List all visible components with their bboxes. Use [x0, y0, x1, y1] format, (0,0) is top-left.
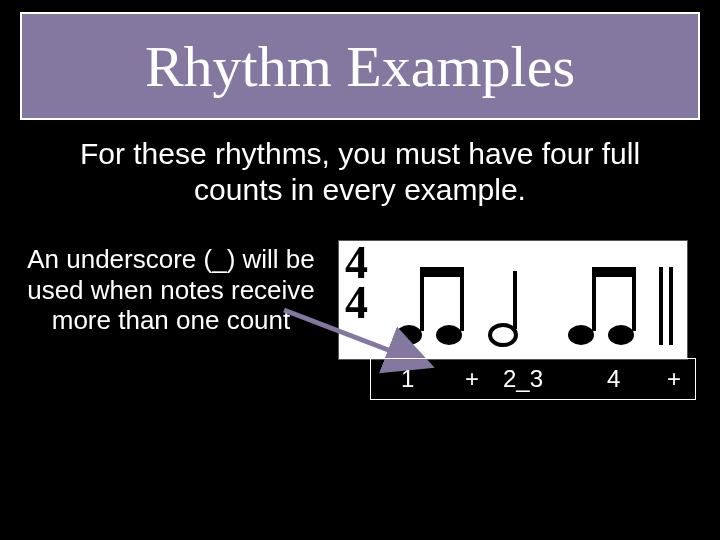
- title-box: Rhythm Examples: [20, 12, 700, 120]
- notes-icon: [393, 247, 681, 355]
- page-title: Rhythm Examples: [145, 33, 575, 100]
- svg-rect-1: [420, 271, 424, 331]
- svg-rect-13: [669, 267, 673, 345]
- svg-rect-4: [420, 267, 464, 277]
- svg-rect-8: [592, 271, 596, 331]
- time-sig-bottom: 4: [345, 283, 368, 323]
- time-signature: 4 4: [345, 243, 368, 324]
- count-and1: +: [465, 365, 479, 393]
- svg-rect-3: [460, 271, 464, 331]
- svg-point-2: [436, 325, 462, 345]
- svg-rect-10: [632, 271, 636, 331]
- explanation-text: An underscore (_) will be used when note…: [26, 244, 316, 336]
- count-4: 4: [607, 365, 620, 393]
- count-2-3: 2_3: [503, 365, 543, 393]
- count-and2: +: [667, 365, 681, 393]
- music-notation: 4 4: [338, 240, 688, 360]
- svg-rect-12: [659, 267, 663, 345]
- svg-point-9: [608, 325, 634, 345]
- svg-point-0: [396, 325, 422, 345]
- subtitle-text: For these rhythms, you must have four fu…: [40, 136, 680, 208]
- count-1: 1: [401, 365, 414, 393]
- svg-rect-6: [513, 271, 517, 329]
- svg-rect-11: [592, 267, 636, 277]
- svg-point-7: [568, 325, 594, 345]
- svg-point-5: [490, 325, 516, 345]
- count-labels: 1 + 2_3 4 +: [370, 358, 696, 400]
